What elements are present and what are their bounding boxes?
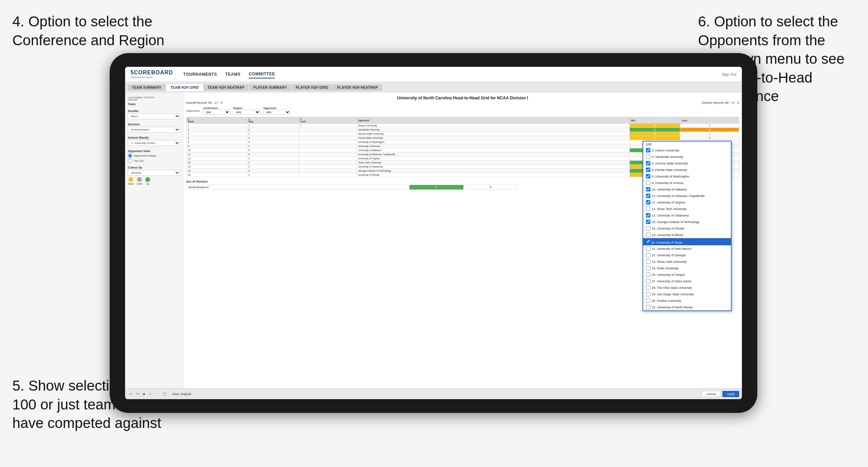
table-row: 3 2 Vanderbilt University 0 4	[186, 128, 739, 132]
cell-conf	[298, 161, 356, 165]
opponent-view-section: Opponent View Opponents Played Top 100	[128, 149, 180, 163]
dropdown-item[interactable]: 8. University of Washington	[643, 173, 731, 180]
dropdown-item[interactable]: 9. University of Arizona	[643, 180, 731, 186]
tab-team-summary[interactable]: TEAM SUMMARY	[128, 84, 166, 91]
cell-rank: 4	[186, 132, 247, 136]
cell-conf	[298, 148, 356, 152]
more-button[interactable]: ⋯	[154, 391, 160, 396]
nav-sign-out[interactable]: Sign Out	[722, 72, 736, 76]
cell-opponent: Texas Tech University	[356, 161, 629, 165]
cell-opponent: University of Arizona	[356, 144, 629, 148]
dropdown-item[interactable]: 27. University of Notre Dame	[643, 278, 731, 284]
division-record-value: 88 - 17 - 0	[725, 101, 739, 105]
dropdown-item[interactable]: 12. University of Virginia	[643, 199, 731, 206]
radio-top100[interactable]: Top 100	[128, 159, 180, 163]
tab-team-h2h-heatmap[interactable]: TEAM H2H HEATMAP	[204, 84, 248, 91]
cell-conf	[298, 173, 356, 177]
dropdown-item[interactable]: 20. University of Texas	[643, 238, 731, 245]
dropdown-item[interactable]: 2. Auburn University	[643, 147, 731, 153]
nav-tournaments[interactable]: TOURNAMENTS	[183, 71, 217, 78]
dropdown-item[interactable]: 23. Texas A&M University	[643, 258, 731, 265]
dropdown-item[interactable]: 13. Texas Tech University	[643, 206, 731, 212]
cell-opponent: University of Washington	[356, 140, 629, 144]
redo-button[interactable]: ↪	[135, 391, 140, 396]
conference-filter: Conference (All)	[203, 107, 230, 115]
cell-opponent: University of Florida	[356, 173, 629, 177]
cell-win: 0	[629, 128, 680, 132]
dropdown-item[interactable]: 3. Vanderbilt University	[643, 153, 731, 160]
reset-button[interactable]: ■	[142, 391, 146, 396]
nav-committee[interactable]: COMMITTEE	[249, 70, 275, 78]
out-division-table: NCAA Division II 1 0	[186, 185, 518, 190]
gender-select[interactable]: Men's	[128, 113, 180, 119]
conference-label: Conference	[203, 107, 230, 110]
dropdown-item[interactable]: 6. Florida State University	[643, 167, 731, 173]
logo-area: 5COREBOARD Powered by Sport	[131, 70, 173, 79]
opponents-label: Opponents:	[186, 109, 200, 112]
radio-opponents-played[interactable]: Opponents Played	[128, 153, 180, 158]
school-select[interactable]: 1. University of Nort...	[128, 140, 180, 146]
dropdown-item[interactable]: 10. University of Alabama	[643, 186, 731, 193]
school-label: School (Rank)	[128, 136, 180, 139]
toolbar-right: Cancel Apply	[702, 391, 739, 397]
tab-player-summary[interactable]: PLAYER SUMMARY	[249, 84, 291, 91]
dropdown-item[interactable]: 4. Arizona State University	[643, 160, 731, 167]
cell-rank: 11	[186, 152, 247, 157]
dropdown-item[interactable]: 11. University of Arkansas, Fayetteville	[643, 193, 731, 199]
dropdown-item[interactable]: 30. Purdue University	[643, 297, 731, 304]
cell-loss: 1	[680, 124, 739, 128]
division-select[interactable]: NCAA Division I	[128, 127, 180, 133]
cell-opponent: University of Virginia	[356, 157, 629, 161]
cancel-button[interactable]: Cancel	[702, 391, 720, 397]
opponent-select[interactable]: (All)	[263, 110, 291, 115]
cell-reg: 1	[247, 124, 299, 128]
dropdown-item[interactable]: 18. University of Illinois	[643, 232, 731, 238]
sidebar-gender: Gender Men's	[128, 109, 180, 119]
dropdown-item[interactable]: 29. San Diego State University	[643, 291, 731, 297]
cell-conf	[298, 169, 356, 173]
cell-rank: 3	[186, 128, 247, 132]
tab-team-h2h-grid[interactable]: TEAM H2H GRID	[166, 84, 203, 91]
undo-button[interactable]: ↩	[128, 391, 133, 396]
tab-player-h2h-grid[interactable]: PLAYER H2H GRID	[292, 84, 332, 91]
col-reg: #Reg	[247, 117, 299, 124]
cell-rank: 15	[186, 169, 247, 173]
dropdown-item[interactable]: 14. University of Oklahoma	[643, 212, 731, 219]
dropdown-item[interactable]: 24. Duke University	[643, 265, 731, 271]
dropdown-item[interactable]: 15. Georgia Institute of Technology	[643, 219, 731, 225]
col-loss: Loss	[680, 117, 739, 124]
cell-opponent: Vanderbilt University	[356, 128, 629, 132]
region-label: Region	[233, 107, 260, 110]
cell-win: 5	[629, 132, 680, 136]
cell-win: 2	[629, 124, 680, 128]
dropdown-item[interactable]: 28. The Ohio State University	[643, 284, 731, 291]
colour-by-select[interactable]: Win/loss	[128, 170, 180, 176]
dropdown-item[interactable]: 22. University of Georgia	[643, 252, 731, 258]
gender-label: Gender	[128, 109, 180, 113]
dropdown-item[interactable]: 16. University of Florida	[643, 225, 731, 232]
tab-player-h2h-heatmap[interactable]: PLAYER H2H HEATMAP	[333, 84, 382, 91]
cell-rank: 9	[186, 144, 247, 148]
clock-button[interactable]: ◯	[161, 391, 168, 396]
cell-reg: 6	[247, 152, 299, 157]
colour-by-section: Colour by Win/loss Down Level	[128, 166, 180, 185]
cell-reg: 1	[247, 132, 299, 136]
dropdown-item[interactable]: 31. University of North Florida	[643, 304, 731, 310]
cell-conf	[298, 157, 356, 161]
dropdown-item[interactable]: (All)	[643, 142, 731, 147]
cell-conf	[298, 144, 356, 148]
cell-opponent: NCAA Division II	[186, 185, 409, 190]
opponent-label: Opponent	[263, 107, 291, 110]
sidebar: Last Updated: 4/15/2024 16:55:38 Team Ge…	[125, 93, 183, 388]
opponent-dropdown[interactable]: (All) 2. Auburn University 3. Vanderbilt…	[643, 141, 732, 311]
region-select[interactable]: (All)	[233, 110, 260, 115]
nav-teams[interactable]: TEAMS	[225, 71, 241, 78]
copy-button[interactable]: □	[148, 391, 152, 396]
apply-button[interactable]: Apply	[722, 391, 739, 397]
dropdown-item[interactable]: 21. University of New Mexico	[643, 245, 731, 252]
cell-loss: 4	[680, 128, 739, 132]
cell-reg: 3	[247, 157, 299, 161]
dropdown-item[interactable]: 25. University of Oregon	[643, 271, 731, 278]
conference-select[interactable]: (All)	[203, 110, 230, 115]
col-rank: #Rank	[186, 117, 247, 124]
